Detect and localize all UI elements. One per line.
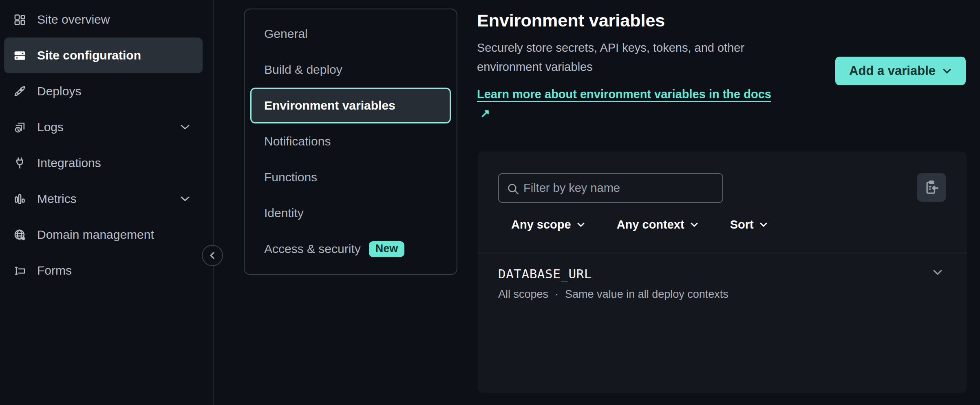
sidebar-item-deploys[interactable]: Deploys [4,73,203,109]
clipboard-import-icon [923,179,940,196]
sidebar-item-label: Site configuration [37,48,141,62]
subnav-item-environment-variables[interactable]: Environment variables [250,88,451,123]
sidebar-item-label: Metrics [37,192,77,206]
external-link-arrow-icon: ↗ [480,104,490,123]
filter-key-input[interactable] [499,174,722,202]
sidebar: Site overview Site configuration [0,0,213,405]
add-variable-button-label: Add a variable [849,64,936,78]
chevron-down-icon [942,68,952,74]
sidebar-item-metrics[interactable]: Metrics [4,181,203,217]
variable-meta: All scopes · Same value in all deploy co… [498,288,728,301]
subnav-item-general[interactable]: General [250,16,451,52]
variable-row-database-url[interactable]: DATABASE_URL All scopes · Same value in … [478,253,967,315]
filter-search-box [498,173,723,203]
import-variables-button[interactable] [917,173,946,202]
docs-link[interactable]: Learn more about environment variables i… [477,85,777,123]
bar-chart-icon [13,193,26,205]
logs-icon [13,121,26,134]
site-configuration-page: Site overview Site configuration [0,0,980,405]
subnav-item-access-security[interactable]: Access & security New [250,231,451,267]
chevron-down-icon [577,222,585,227]
sidebar-item-label: Domain management [37,228,154,242]
sidebar-collapse-button[interactable] [202,245,223,266]
any-scope-dropdown[interactable]: Any scope [511,218,585,231]
chevron-down-icon [759,222,768,227]
subnav-item-notifications[interactable]: Notifications [250,123,451,159]
subnav-item-label: Access & security [264,242,361,256]
subnav-item-label: General [264,27,308,41]
sidebar-item-integrations[interactable]: Integrations [4,145,203,181]
subnav-item-label: Functions [264,170,317,184]
add-variable-button[interactable]: Add a variable [835,57,966,85]
sort-dropdown[interactable]: Sort [730,218,768,231]
chevron-down-icon [180,124,190,130]
sidebar-item-domain-management[interactable]: Domain management [4,217,203,253]
subnav-item-build-deploy[interactable]: Build & deploy [250,52,451,88]
subnav-item-functions[interactable]: Functions [250,159,451,195]
chevron-left-icon [208,251,216,260]
any-context-dropdown[interactable]: Any context [617,218,698,231]
subnav-item-identity[interactable]: Identity [250,195,451,231]
sidebar-item-logs[interactable]: Logs [4,109,203,145]
settings-subnav: General Build & deploy Environment varia… [244,9,457,275]
subnav-item-label: Identity [264,206,304,220]
chevron-down-icon [180,196,190,202]
page-description: Securely store secrets, API keys, tokens… [477,38,785,77]
plug-icon [13,157,26,169]
subnav-item-label: Build & deploy [264,63,342,77]
sidebar-item-label: Deploys [37,84,81,98]
sidebar-item-site-configuration[interactable]: Site configuration [4,37,203,73]
search-icon [506,182,520,196]
server-icon [13,49,26,62]
subnav-item-label: Notifications [264,134,331,148]
new-badge: New [369,241,405,257]
variable-key: DATABASE_URL [498,266,592,281]
page-title: Environment variables [477,10,967,32]
chevron-down-icon [690,222,698,227]
sidebar-item-label: Site overview [37,13,110,26]
chevron-down-icon[interactable] [932,269,943,276]
subnav-item-label: Environment variables [264,99,395,112]
globe-icon [13,229,26,241]
rocket-icon [13,85,26,98]
filter-row: Any scope Any context [511,218,768,231]
variable-scope: All scopes [498,288,548,301]
sidebar-item-site-overview[interactable]: Site overview [4,2,203,37]
sidebar-divider [213,0,214,405]
sidebar-item-label: Integrations [37,156,101,170]
sidebar-item-forms[interactable]: Forms [4,253,203,288]
meta-separator: · [555,288,558,301]
sidebar-item-label: Logs [37,120,64,134]
grid-icon [13,13,26,26]
sidebar-item-label: Forms [37,264,72,277]
environment-variables-panel: Environment variables Securely store sec… [477,0,967,405]
input-field-icon [13,264,26,277]
variables-card: Any scope Any context [478,152,967,393]
variable-context: Same value in all deploy contexts [565,288,728,301]
